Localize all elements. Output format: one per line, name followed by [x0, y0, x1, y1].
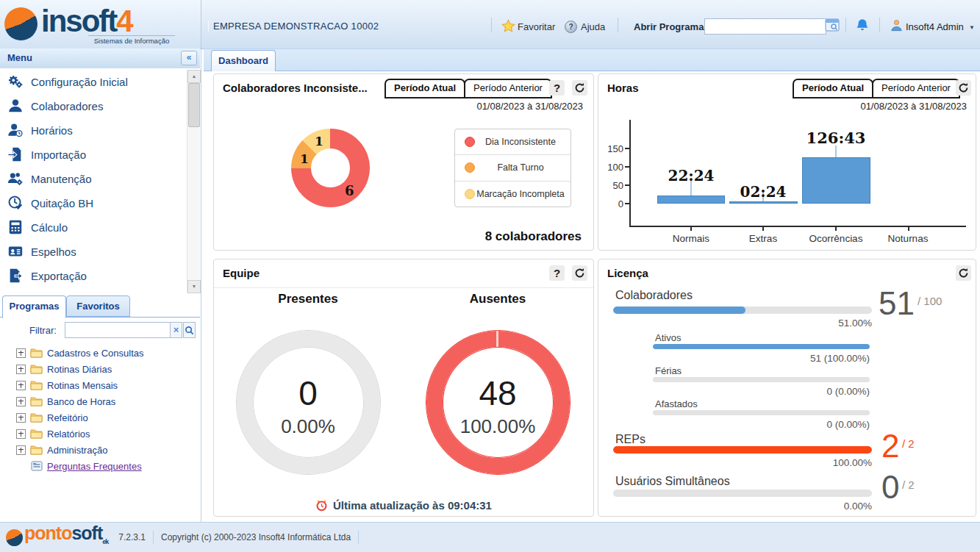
filter-label: Filtrar: — [29, 325, 57, 336]
bar-pointer — [835, 146, 837, 157]
tree-item-rotinas-mensais[interactable]: Rotinas Mensais — [16, 378, 118, 393]
tab-programas[interactable]: Programas — [2, 295, 66, 318]
legend-item[interactable]: Marcação Incompleta — [455, 181, 571, 207]
legend-dot-orange — [465, 162, 475, 173]
scroll-up-arrow[interactable]: ▲ — [187, 70, 201, 83]
insoft4-logo-icon — [4, 7, 37, 40]
copyright-text: Copyright (c) 2000-2023 Insoft4 Informát… — [161, 532, 351, 542]
refresh-icon[interactable] — [956, 80, 971, 96]
expand-plus-icon[interactable] — [16, 381, 26, 390]
y-tick-label: 100 — [604, 162, 623, 173]
sidebar-item-configuracao-inicial[interactable]: Configuração Inicial — [7, 73, 182, 90]
ativos-progress — [653, 344, 870, 349]
sidebar-item-colaboradores[interactable]: Colaboradores — [7, 97, 182, 115]
user-menu[interactable]: Insoft4 Admin — [906, 21, 964, 32]
usuarios-percent: 0.00% — [613, 501, 872, 512]
expand-plus-icon[interactable] — [16, 397, 26, 406]
help-icon[interactable]: ? — [565, 21, 577, 33]
people-gear-icon — [7, 171, 24, 187]
panel-help-button[interactable]: ? — [549, 265, 565, 281]
period-current-button[interactable]: Período Atual — [385, 79, 465, 98]
present-count: 0 — [249, 376, 367, 411]
calculator-icon — [7, 219, 24, 235]
reps-label: REPs — [615, 433, 645, 446]
sidebar-item-exportacao[interactable]: Exportação — [7, 267, 182, 284]
pontosoft-logo: pontosoftek — [24, 524, 108, 551]
expand-plus-icon[interactable] — [16, 429, 26, 439]
tree-item-relatorios[interactable]: Relatórios — [16, 426, 90, 441]
favorite-button[interactable]: Favoritar — [518, 21, 555, 32]
notifications-bell-icon[interactable] — [855, 18, 870, 36]
help-button[interactable]: Ajuda — [581, 21, 605, 32]
refresh-icon[interactable] — [572, 265, 587, 281]
expand-plus-icon[interactable] — [16, 413, 26, 423]
sidebar-item-quitacao-bh[interactable]: Quitação BH — [7, 194, 182, 212]
absent-label: Ausentes — [439, 292, 557, 307]
expand-plus-icon[interactable] — [16, 445, 26, 455]
donut-legend: Dia Inconsistente Falta Turno Marcação I… — [454, 129, 571, 207]
sidebar-item-calculo[interactable]: Cálculo — [7, 218, 182, 236]
expand-plus-icon[interactable] — [16, 348, 26, 358]
x-tick-mark — [762, 227, 764, 231]
menu-scrollbar[interactable]: ▲ ▼ — [187, 70, 200, 293]
category-label: Noturnas — [888, 233, 929, 244]
date-range: 01/08/2023 à 31/08/2023 — [860, 101, 967, 112]
logo-tagline: Sistemas de Informação — [88, 35, 175, 45]
refresh-icon[interactable] — [956, 265, 971, 281]
usuarios-label: Usuários Simultâneos — [615, 475, 730, 488]
tree-item-administracao[interactable]: Administração — [16, 442, 107, 457]
import-icon — [7, 146, 24, 162]
company-name: EMPRESA DEMONSTRACAO 10002 — [208, 21, 379, 32]
panel-equipe: Equipe ? Presentes Ausentes 0 0.00% 48 1… — [213, 259, 594, 517]
absent-percent: 100.00% — [439, 415, 557, 438]
filter-input[interactable] — [65, 322, 172, 338]
period-current-button[interactable]: Período Atual — [793, 79, 873, 98]
tree-item-banco-de-horas[interactable]: Banco de Horas — [16, 394, 115, 409]
favorite-star-icon[interactable] — [501, 19, 515, 36]
panel-help-button[interactable]: ? — [549, 80, 565, 96]
period-previous-button[interactable]: Período Anterior — [464, 79, 552, 98]
sidebar-item-horarios[interactable]: Horários — [7, 121, 182, 139]
refresh-icon[interactable] — [572, 80, 587, 96]
tab-dashboard[interactable]: Dashboard — [211, 50, 276, 71]
panel-title: Equipe — [223, 267, 260, 279]
header-divider — [845, 18, 846, 32]
main-tabstrip — [204, 49, 980, 71]
scrollbar-thumb[interactable] — [188, 83, 200, 127]
tree-link-perguntas-frequentes[interactable]: Perguntas Frequentes — [31, 459, 142, 473]
scroll-down-arrow[interactable]: ▼ — [187, 280, 201, 293]
sidebar-item-manutencao[interactable]: Manutenção — [7, 170, 182, 187]
tree-item-refeitorio[interactable]: Refeitório — [16, 410, 88, 425]
clear-filter-button[interactable]: × — [170, 322, 182, 338]
progress-fill — [613, 307, 745, 314]
total-collaborators: 8 colaboradores — [485, 229, 582, 244]
user-menu-caret-icon[interactable]: ▼ — [969, 24, 975, 31]
collapse-menu-button[interactable]: « — [181, 51, 197, 65]
search-filter-button[interactable] — [183, 322, 196, 338]
sidebar-splitter[interactable] — [201, 49, 201, 522]
progress-fill — [653, 344, 870, 349]
colaboradores-big-value: 51 — [879, 287, 915, 320]
panel-licenca: Licença Colaboradores 51.00% 51 / 100 At… — [598, 259, 976, 517]
reps-progress — [613, 446, 872, 454]
sidebar-item-espelhos[interactable]: Espelhos — [7, 243, 182, 260]
sidebar-item-importacao[interactable]: Importação — [7, 146, 182, 163]
open-program-input[interactable] — [704, 18, 826, 35]
legend-item[interactable]: Dia Inconsistente — [455, 129, 571, 154]
tree-item-rotinas-diarias[interactable]: Rotinas Diárias — [16, 362, 112, 376]
tree-item-cadastros-e-consultas[interactable]: Cadastros e Consultas — [16, 345, 144, 360]
footer-divider — [358, 531, 359, 544]
expand-plus-icon[interactable] — [16, 365, 26, 374]
bar-extras — [729, 201, 798, 204]
y-tick-mark — [625, 148, 629, 149]
tab-favoritos[interactable]: Favoritos — [66, 295, 130, 317]
present-label: Presentes — [249, 292, 367, 307]
y-tick-label: 0 — [604, 198, 623, 209]
logo-area: insoft4 Sistemas de Informação — [0, 0, 201, 49]
reps-big-value: 2 — [881, 430, 899, 462]
period-previous-button[interactable]: Período Anterior — [872, 79, 960, 98]
bar-normais — [657, 196, 725, 204]
program-search-icon[interactable] — [825, 18, 840, 35]
panel-colaboradores-inconsistentes: Colaboradores Inconsiste... Período Atua… — [213, 74, 594, 251]
legend-item[interactable]: Falta Turno — [455, 154, 571, 180]
